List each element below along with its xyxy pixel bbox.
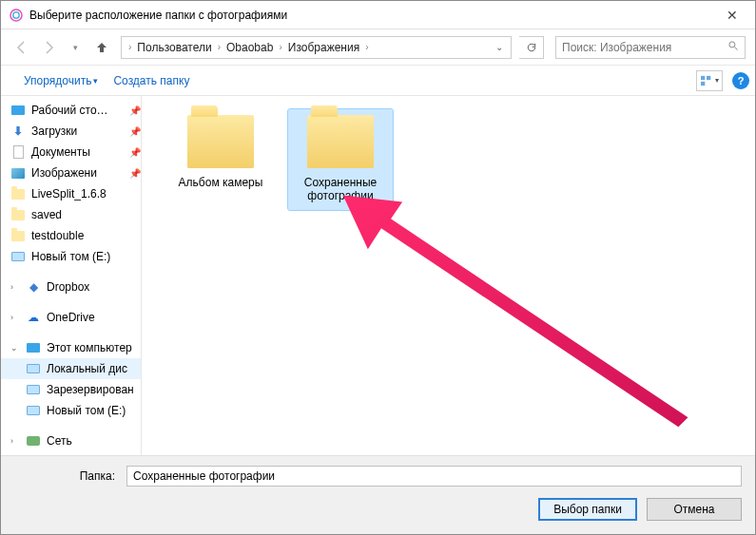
chevron-right-icon[interactable]: › bbox=[127, 42, 132, 52]
chevron-right-icon[interactable]: › bbox=[10, 313, 20, 322]
drive-icon bbox=[27, 406, 40, 415]
svg-point-2 bbox=[729, 42, 735, 48]
chevron-right-icon[interactable]: › bbox=[217, 42, 222, 52]
computer-icon bbox=[27, 343, 40, 353]
chevron-down-icon[interactable]: ⌄ bbox=[10, 343, 20, 353]
folder-icon bbox=[11, 231, 25, 241]
back-icon[interactable] bbox=[10, 36, 33, 59]
sidebar-item-this-pc[interactable]: ⌄Этот компьютер bbox=[1, 337, 141, 358]
document-icon bbox=[13, 145, 24, 159]
breadcrumb-segment[interactable]: Пользователи bbox=[134, 41, 214, 54]
pin-icon: 📌 bbox=[129, 126, 141, 137]
search-icon bbox=[727, 40, 739, 54]
chevron-right-icon[interactable]: › bbox=[10, 282, 20, 292]
sidebar-item-pictures[interactable]: Изображени📌 bbox=[1, 162, 141, 183]
sidebar-item-dropbox[interactable]: ›◆Dropbox bbox=[1, 277, 141, 297]
search-field[interactable] bbox=[562, 41, 727, 54]
breadcrumb-segment[interactable]: Obaobab bbox=[223, 41, 276, 54]
app-icon bbox=[9, 8, 24, 23]
network-icon bbox=[27, 436, 40, 446]
nav-bar: ▾ › Пользователи › Obaobab › Изображения… bbox=[1, 29, 755, 66]
up-icon[interactable] bbox=[90, 36, 113, 59]
download-icon: ⬇ bbox=[10, 124, 26, 139]
folder-name-input[interactable] bbox=[126, 466, 742, 487]
toolbar: Упорядочить ▾ Создать папку ▾ ? bbox=[1, 66, 755, 96]
sidebar: Рабочий сто…📌 ⬇Загрузки📌 Документы📌 Изоб… bbox=[1, 96, 142, 455]
breadcrumb[interactable]: › Пользователи › Obaobab › Изображения ›… bbox=[121, 36, 512, 59]
folder-label: Альбом камеры bbox=[179, 176, 263, 189]
pin-icon: 📌 bbox=[129, 147, 141, 158]
content-area[interactable]: Альбом камеры Сохраненные фотографии bbox=[142, 96, 755, 455]
monitor-icon bbox=[11, 105, 25, 115]
chevron-down-icon[interactable]: ⌄ bbox=[492, 42, 507, 52]
chevron-right-icon[interactable]: › bbox=[10, 436, 20, 446]
dropbox-icon: ◆ bbox=[26, 279, 41, 295]
sidebar-item-folder[interactable]: LiveSplit_1.6.8 bbox=[1, 183, 141, 204]
select-folder-button[interactable]: Выбор папки bbox=[538, 498, 637, 521]
footer: Папка: Выбор папки Отмена bbox=[1, 455, 755, 534]
cancel-button[interactable]: Отмена bbox=[647, 498, 742, 521]
sidebar-item-downloads[interactable]: ⬇Загрузки📌 bbox=[1, 121, 141, 142]
svg-point-0 bbox=[10, 10, 22, 21]
sidebar-item-folder[interactable]: testdouble bbox=[1, 225, 141, 246]
svg-rect-4 bbox=[701, 75, 705, 79]
folder-icon bbox=[187, 115, 254, 168]
svg-rect-6 bbox=[701, 81, 705, 85]
folder-field-label: Папка: bbox=[14, 469, 119, 483]
folder-item-selected[interactable]: Сохраненные фотографии bbox=[288, 109, 393, 210]
folder-icon bbox=[11, 210, 25, 220]
sidebar-item-folder[interactable]: saved bbox=[1, 204, 141, 225]
sidebar-item-desktop[interactable]: Рабочий сто…📌 bbox=[1, 100, 141, 121]
search-input[interactable] bbox=[555, 36, 746, 59]
breadcrumb-segment[interactable]: Изображения bbox=[285, 41, 362, 54]
onedrive-icon: ☁ bbox=[26, 310, 41, 325]
chevron-down-icon: ▾ bbox=[715, 76, 719, 85]
sidebar-item-drive[interactable]: Локальный дис bbox=[1, 358, 141, 379]
forward-icon[interactable] bbox=[37, 36, 60, 59]
window-title: Выберите расположение папки с фотография… bbox=[29, 9, 717, 22]
svg-line-3 bbox=[735, 48, 738, 50]
sidebar-item-network[interactable]: ›Сеть bbox=[1, 430, 141, 451]
folder-icon bbox=[11, 189, 25, 200]
svg-rect-5 bbox=[707, 75, 710, 79]
close-icon[interactable]: ✕ bbox=[717, 8, 747, 23]
recent-locations-icon[interactable]: ▾ bbox=[64, 36, 87, 59]
pictures-icon bbox=[11, 168, 25, 179]
folder-item[interactable]: Альбом камеры bbox=[168, 109, 273, 197]
pin-icon: 📌 bbox=[129, 168, 141, 179]
title-bar: Выберите расположение папки с фотография… bbox=[1, 1, 755, 29]
view-options-icon[interactable]: ▾ bbox=[696, 70, 723, 91]
help-icon[interactable]: ? bbox=[732, 72, 749, 89]
folder-label: Сохраненные фотографии bbox=[292, 176, 389, 202]
drive-icon bbox=[27, 364, 40, 373]
sidebar-item-drive[interactable]: Зарезервирован bbox=[1, 379, 141, 400]
organize-menu[interactable]: Упорядочить ▾ bbox=[16, 70, 106, 91]
new-folder-button[interactable]: Создать папку bbox=[106, 70, 197, 91]
chevron-right-icon[interactable]: › bbox=[278, 42, 282, 52]
drive-icon bbox=[27, 385, 40, 394]
chevron-down-icon: ▾ bbox=[93, 76, 98, 86]
chevron-right-icon[interactable]: › bbox=[364, 42, 369, 52]
svg-point-1 bbox=[13, 11, 19, 17]
refresh-icon[interactable] bbox=[519, 36, 544, 59]
folder-icon bbox=[307, 115, 374, 168]
drive-icon bbox=[11, 252, 25, 261]
sidebar-item-drive[interactable]: Новый том (E:) bbox=[1, 246, 141, 267]
sidebar-item-onedrive[interactable]: ›☁OneDrive bbox=[1, 307, 141, 328]
pin-icon: 📌 bbox=[129, 105, 141, 116]
sidebar-item-drive[interactable]: Новый том (E:) bbox=[1, 400, 141, 421]
sidebar-item-documents[interactable]: Документы📌 bbox=[1, 142, 141, 162]
